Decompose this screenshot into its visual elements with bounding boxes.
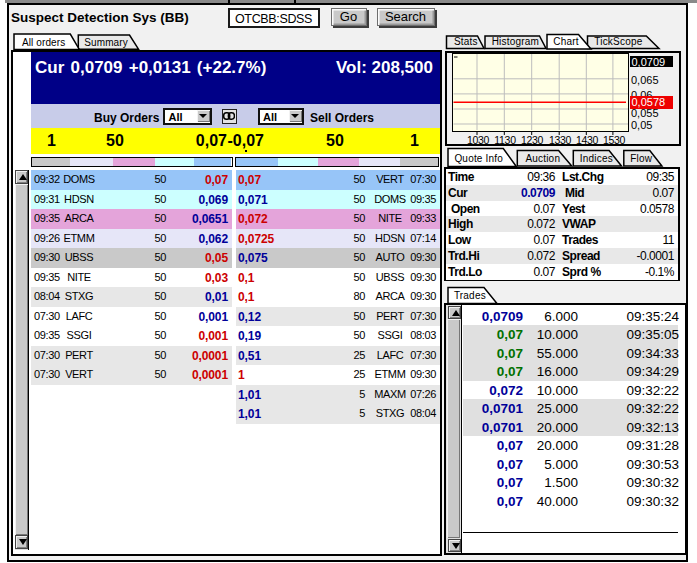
svg-text:TickScope: TickScope (594, 36, 642, 47)
svg-text:Auction: Auction (525, 153, 560, 164)
svg-text:Trades: Trades (454, 290, 486, 301)
svg-text:Stats: Stats (454, 36, 478, 47)
svg-text:Histogram: Histogram (492, 36, 539, 47)
svg-text:Summary: Summary (84, 37, 127, 48)
svg-text:Quote Info: Quote Info (454, 153, 503, 164)
svg-text:Indices: Indices (580, 153, 613, 164)
svg-text:Flow: Flow (630, 153, 652, 164)
svg-text:Chart: Chart (553, 36, 578, 47)
svg-text:All orders: All orders (22, 37, 65, 48)
